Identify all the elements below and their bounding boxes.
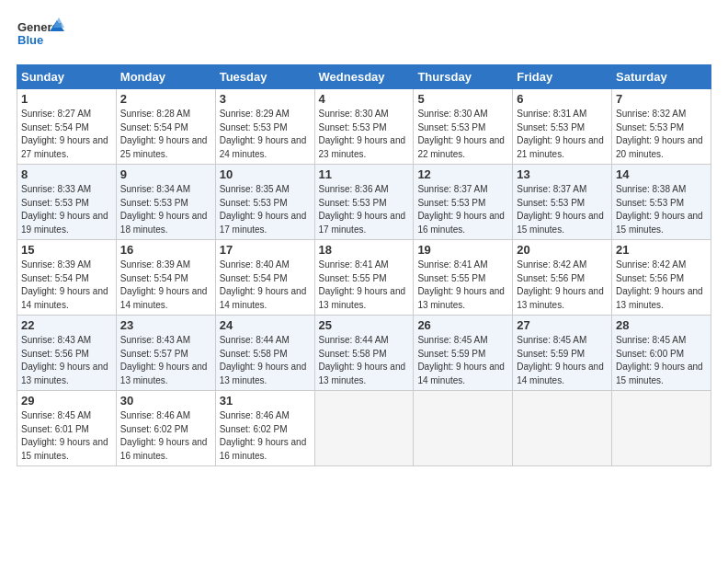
empty-cell: [314, 391, 414, 466]
day-info: Sunrise: 8:32 AM Sunset: 5:53 PM Dayligh…: [616, 108, 707, 161]
day-info: Sunrise: 8:40 AM Sunset: 5:54 PM Dayligh…: [220, 259, 311, 312]
day-number: 1: [21, 92, 112, 106]
day-cell-6: 6 Sunrise: 8:31 AM Sunset: 5:53 PM Dayli…: [513, 89, 612, 165]
day-info: Sunrise: 8:36 AM Sunset: 5:53 PM Dayligh…: [319, 183, 410, 236]
day-cell-10: 10 Sunrise: 8:35 AM Sunset: 5:53 PM Dayl…: [215, 165, 314, 240]
day-info: Sunrise: 8:46 AM Sunset: 6:02 PM Dayligh…: [120, 409, 211, 463]
day-number: 31: [220, 394, 311, 408]
day-cell-24: 24 Sunrise: 8:44 AM Sunset: 5:58 PM Dayl…: [215, 316, 314, 391]
day-number: 11: [319, 167, 410, 181]
day-info: Sunrise: 8:37 AM Sunset: 5:53 PM Dayligh…: [417, 183, 508, 236]
day-info: Sunrise: 8:30 AM Sunset: 5:53 PM Dayligh…: [319, 108, 410, 161]
day-number: 30: [120, 394, 211, 408]
week-row-2: 8 Sunrise: 8:33 AM Sunset: 5:53 PM Dayli…: [17, 165, 711, 240]
day-number: 24: [220, 318, 311, 332]
day-info: Sunrise: 8:29 AM Sunset: 5:53 PM Dayligh…: [220, 108, 311, 161]
day-info: Sunrise: 8:28 AM Sunset: 5:54 PM Dayligh…: [120, 108, 211, 161]
day-cell-3: 3 Sunrise: 8:29 AM Sunset: 5:53 PM Dayli…: [215, 89, 314, 165]
day-cell-2: 2 Sunrise: 8:28 AM Sunset: 5:54 PM Dayli…: [116, 89, 215, 165]
day-info: Sunrise: 8:35 AM Sunset: 5:53 PM Dayligh…: [220, 183, 311, 236]
day-cell-20: 20 Sunrise: 8:42 AM Sunset: 5:56 PM Dayl…: [513, 240, 612, 316]
day-info: Sunrise: 8:43 AM Sunset: 5:57 PM Dayligh…: [120, 334, 211, 387]
day-info: Sunrise: 8:34 AM Sunset: 5:53 PM Dayligh…: [120, 183, 211, 236]
day-info: Sunrise: 8:39 AM Sunset: 5:54 PM Dayligh…: [120, 259, 211, 312]
day-info: Sunrise: 8:27 AM Sunset: 5:54 PM Dayligh…: [21, 108, 112, 161]
day-number: 14: [616, 167, 707, 181]
day-number: 7: [616, 92, 707, 106]
day-number: 27: [517, 318, 608, 332]
header-cell-thursday: Thursday: [414, 65, 513, 89]
day-number: 6: [517, 92, 608, 106]
day-info: Sunrise: 8:37 AM Sunset: 5:53 PM Dayligh…: [517, 183, 608, 236]
day-number: 3: [220, 92, 311, 106]
day-cell-31: 31 Sunrise: 8:46 AM Sunset: 6:02 PM Dayl…: [215, 391, 314, 466]
svg-text:Blue: Blue: [17, 33, 43, 47]
day-cell-21: 21 Sunrise: 8:42 AM Sunset: 5:56 PM Dayl…: [612, 240, 711, 316]
calendar-table: SundayMondayTuesdayWednesdayThursdayFrid…: [17, 64, 711, 466]
day-info: Sunrise: 8:31 AM Sunset: 5:53 PM Dayligh…: [517, 108, 608, 161]
day-cell-7: 7 Sunrise: 8:32 AM Sunset: 5:53 PM Dayli…: [612, 89, 711, 165]
logo: General Blue: [17, 17, 64, 57]
day-info: Sunrise: 8:45 AM Sunset: 6:00 PM Dayligh…: [616, 334, 707, 387]
header-cell-saturday: Saturday: [612, 65, 711, 89]
day-cell-22: 22 Sunrise: 8:43 AM Sunset: 5:56 PM Dayl…: [17, 316, 117, 391]
day-cell-1: 1 Sunrise: 8:27 AM Sunset: 5:54 PM Dayli…: [17, 89, 117, 165]
day-number: 10: [220, 167, 311, 181]
day-cell-18: 18 Sunrise: 8:41 AM Sunset: 5:55 PM Dayl…: [314, 240, 414, 316]
day-number: 16: [120, 243, 211, 257]
day-info: Sunrise: 8:44 AM Sunset: 5:58 PM Dayligh…: [319, 334, 410, 387]
day-cell-19: 19 Sunrise: 8:41 AM Sunset: 5:55 PM Dayl…: [414, 240, 513, 316]
day-cell-17: 17 Sunrise: 8:40 AM Sunset: 5:54 PM Dayl…: [215, 240, 314, 316]
day-info: Sunrise: 8:45 AM Sunset: 5:59 PM Dayligh…: [417, 334, 508, 387]
day-number: 22: [21, 318, 112, 332]
day-cell-12: 12 Sunrise: 8:37 AM Sunset: 5:53 PM Dayl…: [414, 165, 513, 240]
day-number: 19: [417, 243, 508, 257]
day-cell-11: 11 Sunrise: 8:36 AM Sunset: 5:53 PM Dayl…: [314, 165, 414, 240]
day-info: Sunrise: 8:30 AM Sunset: 5:53 PM Dayligh…: [417, 108, 508, 161]
day-number: 23: [120, 318, 211, 332]
empty-cell: [612, 391, 711, 466]
day-info: Sunrise: 8:33 AM Sunset: 5:53 PM Dayligh…: [21, 183, 112, 236]
week-row-4: 22 Sunrise: 8:43 AM Sunset: 5:56 PM Dayl…: [17, 316, 711, 391]
header-cell-monday: Monday: [116, 65, 215, 89]
day-info: Sunrise: 8:41 AM Sunset: 5:55 PM Dayligh…: [319, 259, 410, 312]
day-cell-15: 15 Sunrise: 8:39 AM Sunset: 5:54 PM Dayl…: [17, 240, 117, 316]
day-number: 12: [417, 167, 508, 181]
day-info: Sunrise: 8:42 AM Sunset: 5:56 PM Dayligh…: [517, 259, 608, 312]
logo-svg: General Blue: [17, 17, 64, 57]
day-cell-4: 4 Sunrise: 8:30 AM Sunset: 5:53 PM Dayli…: [314, 89, 414, 165]
header: General Blue: [17, 17, 711, 57]
day-number: 21: [616, 243, 707, 257]
header-cell-sunday: Sunday: [17, 65, 117, 89]
empty-cell: [414, 391, 513, 466]
empty-cell: [513, 391, 612, 466]
day-cell-25: 25 Sunrise: 8:44 AM Sunset: 5:58 PM Dayl…: [314, 316, 414, 391]
day-cell-13: 13 Sunrise: 8:37 AM Sunset: 5:53 PM Dayl…: [513, 165, 612, 240]
day-info: Sunrise: 8:45 AM Sunset: 6:01 PM Dayligh…: [21, 409, 112, 463]
day-number: 28: [616, 318, 707, 332]
day-info: Sunrise: 8:42 AM Sunset: 5:56 PM Dayligh…: [616, 259, 707, 312]
day-cell-9: 9 Sunrise: 8:34 AM Sunset: 5:53 PM Dayli…: [116, 165, 215, 240]
day-info: Sunrise: 8:41 AM Sunset: 5:55 PM Dayligh…: [417, 259, 508, 312]
day-info: Sunrise: 8:46 AM Sunset: 6:02 PM Dayligh…: [220, 409, 311, 463]
day-info: Sunrise: 8:44 AM Sunset: 5:58 PM Dayligh…: [220, 334, 311, 387]
day-number: 15: [21, 243, 112, 257]
day-cell-16: 16 Sunrise: 8:39 AM Sunset: 5:54 PM Dayl…: [116, 240, 215, 316]
day-cell-30: 30 Sunrise: 8:46 AM Sunset: 6:02 PM Dayl…: [116, 391, 215, 466]
day-number: 8: [21, 167, 112, 181]
day-number: 18: [319, 243, 410, 257]
day-info: Sunrise: 8:38 AM Sunset: 5:53 PM Dayligh…: [616, 183, 707, 236]
day-cell-8: 8 Sunrise: 8:33 AM Sunset: 5:53 PM Dayli…: [17, 165, 117, 240]
day-number: 26: [417, 318, 508, 332]
header-cell-friday: Friday: [513, 65, 612, 89]
day-number: 4: [319, 92, 410, 106]
day-cell-23: 23 Sunrise: 8:43 AM Sunset: 5:57 PM Dayl…: [116, 316, 215, 391]
day-number: 2: [120, 92, 211, 106]
day-info: Sunrise: 8:39 AM Sunset: 5:54 PM Dayligh…: [21, 259, 112, 312]
calendar-container: General Blue SundayMondayTuesdayWednesda…: [0, 0, 728, 476]
day-cell-29: 29 Sunrise: 8:45 AM Sunset: 6:01 PM Dayl…: [17, 391, 117, 466]
day-info: Sunrise: 8:45 AM Sunset: 5:59 PM Dayligh…: [517, 334, 608, 387]
header-cell-tuesday: Tuesday: [215, 65, 314, 89]
day-number: 20: [517, 243, 608, 257]
day-cell-28: 28 Sunrise: 8:45 AM Sunset: 6:00 PM Dayl…: [612, 316, 711, 391]
